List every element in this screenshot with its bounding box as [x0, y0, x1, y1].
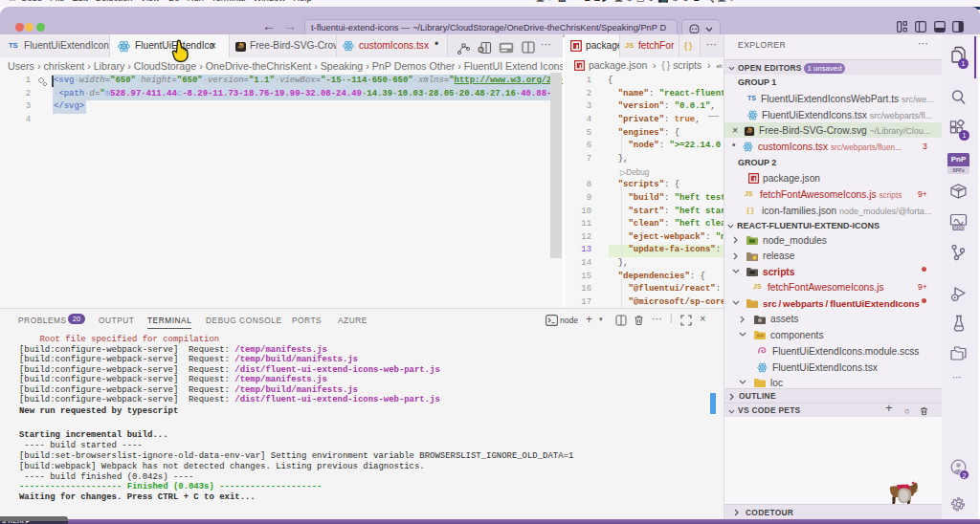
- svg-text:M365: M365: [953, 226, 965, 230]
